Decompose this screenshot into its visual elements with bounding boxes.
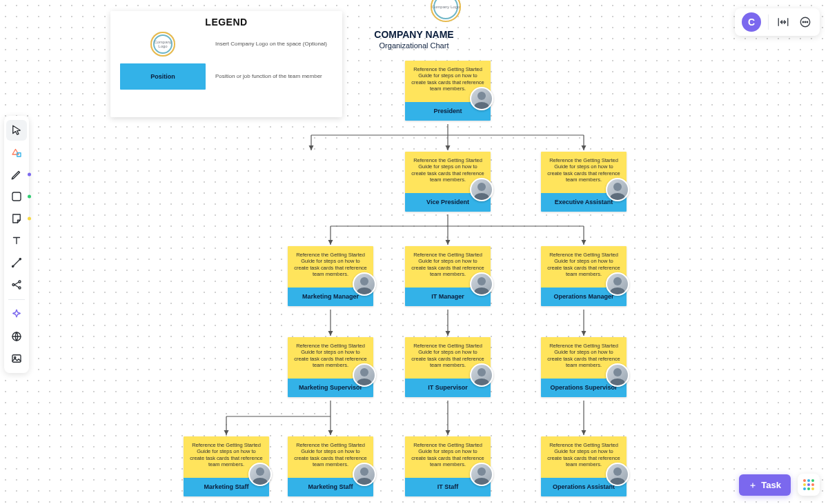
svg-rect-26: [12, 355, 21, 363]
apps-button[interactable]: [798, 474, 820, 496]
node-it-staff[interactable]: Reference the Getting Started Guide for …: [405, 436, 491, 496]
left-toolbar: [4, 116, 29, 373]
node-vice-president[interactable]: Reference the Getting Started Guide for …: [405, 152, 491, 212]
node-marketing-staff-2[interactable]: Reference the Getting Started Guide for …: [288, 436, 373, 496]
node-it-manager[interactable]: Reference the Getting Started Guide for …: [405, 246, 491, 306]
svg-point-31: [807, 21, 808, 23]
avatar-icon: [606, 463, 629, 486]
legend-position-desc: Position or job function of the team mem…: [215, 73, 322, 80]
node-executive-assistant[interactable]: Reference the Getting Started Guide for …: [541, 152, 627, 212]
avatar-icon: [470, 463, 493, 486]
node-it-supervisor[interactable]: Reference the Getting Started Guide for …: [405, 337, 491, 397]
svg-rect-19: [12, 192, 21, 201]
plus-icon: [749, 481, 757, 490]
node-marketing-supervisor[interactable]: Reference the Getting Started Guide for …: [288, 337, 373, 397]
user-avatar[interactable]: C: [742, 12, 761, 32]
company-subtitle[interactable]: Organizational Chart: [0, 41, 828, 50]
tool-text[interactable]: [6, 230, 27, 251]
tool-mindmap[interactable]: [6, 274, 27, 295]
tool-web[interactable]: [6, 326, 27, 347]
tool-image[interactable]: [6, 348, 27, 369]
more-options-icon[interactable]: [798, 14, 813, 30]
avatar-icon: [470, 87, 493, 110]
tool-pen[interactable]: [6, 164, 27, 185]
legend-position-chip: Position: [120, 63, 206, 90]
legend-panel[interactable]: LEGEND Company Logo Insert Company Logo …: [110, 11, 342, 117]
svg-point-30: [805, 21, 806, 23]
node-operations-supervisor[interactable]: Reference the Getting Started Guide for …: [541, 337, 627, 397]
company-header: COMPANY NAME Organizational Chart: [0, 29, 828, 50]
task-button-label: Task: [761, 480, 781, 490]
tool-connector[interactable]: [6, 252, 27, 273]
node-marketing-manager[interactable]: Reference the Getting Started Guide for …: [288, 246, 373, 306]
node-operations-manager[interactable]: Reference the Getting Started Guide for …: [541, 246, 627, 306]
avatar-icon: [470, 272, 493, 296]
tool-select[interactable]: [6, 120, 27, 141]
avatar-icon: [470, 363, 493, 387]
tool-sticky[interactable]: [6, 208, 27, 229]
legend-title: LEGEND: [120, 17, 333, 28]
tool-ai[interactable]: [6, 304, 27, 325]
company-logo-badge[interactable]: Company Logo: [431, 0, 461, 22]
apps-icon: [803, 479, 814, 490]
avatar-icon: [606, 178, 629, 201]
tool-shapes[interactable]: [6, 142, 27, 163]
node-marketing-staff-1[interactable]: Reference the Getting Started Guide for …: [184, 436, 269, 496]
task-button[interactable]: Task: [739, 474, 791, 496]
node-operations-assistant[interactable]: Reference the Getting Started Guide for …: [541, 436, 627, 496]
company-name[interactable]: COMPANY NAME: [0, 29, 828, 40]
avatar-icon: [353, 463, 376, 486]
avatar-icon: [353, 363, 376, 387]
top-right-controls: C: [735, 8, 820, 36]
svg-point-27: [14, 356, 16, 358]
node-president[interactable]: Reference the Getting Started Guide for …: [405, 61, 491, 121]
avatar-icon: [353, 272, 376, 296]
svg-point-29: [802, 21, 804, 23]
avatar-icon: [606, 272, 629, 296]
avatar-icon: [248, 463, 272, 486]
fit-width-icon[interactable]: [776, 14, 791, 30]
tool-rectangle[interactable]: [6, 186, 27, 207]
avatar-icon: [606, 363, 629, 387]
avatar-icon: [470, 178, 493, 201]
